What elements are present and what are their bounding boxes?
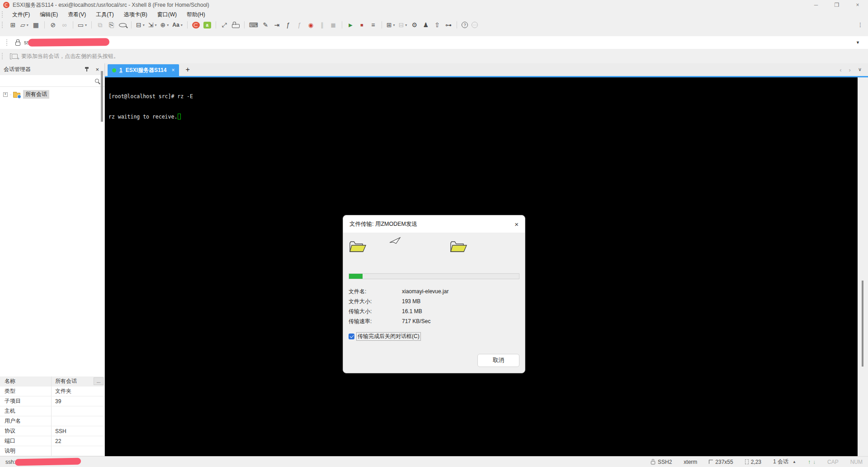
property-label: 类型 <box>0 386 51 396</box>
terminal-line: [root@localhost src]# rz -E <box>108 93 868 100</box>
xftp-icon[interactable]: a <box>203 22 211 29</box>
transfer-detail-row: 文件名: xiaomayi-elevue.jar <box>349 286 519 296</box>
agent-icon[interactable]: ♟ <box>422 20 429 29</box>
separator <box>187 21 188 29</box>
tab-layout-icon[interactable]: ⊟ <box>399 20 407 29</box>
message-log-icon[interactable]: ≡ <box>369 20 377 29</box>
upload-arrow-icon: ↑ <box>808 459 811 465</box>
menu-tabs: 选项卡(B) <box>119 11 152 18</box>
terminal-scrollbar[interactable] <box>858 77 868 456</box>
reconnect-icon[interactable]: ∞ <box>61 20 68 29</box>
stop-log-icon[interactable]: ◼ <box>330 20 337 29</box>
zmodem-transfer-dialog: 文件传输: 用ZMODEM发送 × 文件名: xiaoma <box>343 215 525 373</box>
open-folder-icon[interactable]: ▱ <box>20 20 28 29</box>
transfer-arrows[interactable]: ↑ ↓ <box>808 459 816 465</box>
session-search-box[interactable] <box>0 75 104 87</box>
save-session-icon[interactable]: ▦ <box>32 20 40 29</box>
fullscreen-icon[interactable]: ⤢ <box>221 20 228 29</box>
dialog-title: 文件传输: 用ZMODEM发送 <box>349 220 417 228</box>
font-icon[interactable]: Aa <box>172 20 182 29</box>
property-value <box>51 446 104 456</box>
separator <box>382 21 382 29</box>
copy-icon[interactable]: ⧉ <box>96 20 104 29</box>
paste-icon[interactable]: ⎘ <box>108 20 115 29</box>
terminal-type-status: xterm <box>684 459 697 465</box>
pin-icon[interactable] <box>86 67 87 71</box>
key-manager-icon[interactable]: ⊶ <box>444 20 452 29</box>
tree-root-label[interactable]: 所有会话 <box>23 90 49 99</box>
redaction-scribble <box>28 38 109 47</box>
property-row: 说明 <box>0 446 104 456</box>
property-row: 用户名 <box>0 416 104 426</box>
dialog-close-icon[interactable]: × <box>514 220 519 228</box>
cursor-icon <box>745 459 749 464</box>
record-log-icon[interactable]: ◉ <box>307 20 315 29</box>
run-icon[interactable]: ▶ <box>347 20 354 29</box>
sessions-folder-icon <box>13 93 20 98</box>
checkbox-label[interactable]: 传输完成后关闭对话框(C) <box>357 333 420 340</box>
terminal-size-status: 237x55 <box>709 459 733 465</box>
add-session-icon[interactable] <box>12 54 18 59</box>
run-script-icon[interactable]: ƒ <box>284 20 292 29</box>
cancel-button[interactable]: 取消 <box>477 354 519 367</box>
download-arrow-icon: ↓ <box>813 459 816 465</box>
help-icon[interactable]: ? <box>462 22 468 28</box>
new-terminal-icon[interactable]: ▭ <box>78 20 87 29</box>
address-bar[interactable]: ssh:/ ▼ <box>0 36 868 49</box>
transfer-detail-row: 传输速率: 717 KB/Sec <box>349 316 519 326</box>
checkbox-checked-icon[interactable] <box>349 334 354 339</box>
pause-log-icon[interactable]: ∥ <box>318 20 326 29</box>
virtual-keyboard-icon[interactable]: ⌨ <box>249 20 258 29</box>
stop-script-icon[interactable]: ƒ <box>296 20 303 29</box>
tab-scroll-right-icon[interactable]: › <box>849 67 851 73</box>
menubar-grip <box>2 11 4 18</box>
close-button[interactable]: × <box>847 0 868 10</box>
ssh-version-status: SSH2 <box>651 459 672 465</box>
xshell-logo-icon[interactable] <box>192 22 200 29</box>
transfer-details: 文件名: xiaomayi-elevue.jar 文件大小: 193 MB 传输… <box>349 286 519 326</box>
tab-scroll-left-icon[interactable]: ‹ <box>840 67 841 73</box>
status-bar: ssh:/ SSH2 xterm 237x55 2,23 1 会话 ▲ ↑ ↓ … <box>0 456 868 467</box>
encoding-globe-icon[interactable]: ⊕ <box>160 20 169 29</box>
restore-button[interactable]: ❐ <box>826 0 847 10</box>
find-icon[interactable] <box>119 23 127 27</box>
send-text-icon[interactable]: ⇥ <box>273 20 281 29</box>
session-count-dropdown-icon: ▲ <box>793 460 796 464</box>
print-icon[interactable]: ⊟ <box>136 20 145 29</box>
tree-expand-icon[interactable]: + <box>3 92 8 97</box>
toolbar-overflow-icon[interactable]: ⋮ <box>858 22 868 28</box>
address-dropdown-icon[interactable]: ▼ <box>856 40 863 45</box>
screen-capture-icon[interactable]: ⇲ <box>148 20 157 29</box>
tab-esxi-server[interactable]: 1 ESXI服务器S114 × <box>108 64 179 76</box>
tab-close-icon[interactable]: × <box>171 67 175 73</box>
compose-pane-icon[interactable]: ✎ <box>262 20 269 29</box>
feedback-icon[interactable]: ⋯ <box>472 22 478 28</box>
disconnect-icon[interactable]: ⊘ <box>49 20 57 29</box>
settings-gear-icon[interactable]: ⚙ <box>410 20 418 29</box>
new-tab-icon[interactable]: ⊞ <box>387 20 395 29</box>
transfer-animation <box>343 233 525 273</box>
panel-close-icon[interactable]: × <box>95 67 99 72</box>
new-session-icon[interactable]: ⊞ <box>9 20 17 29</box>
session-count-status[interactable]: 1 会话 ▲ <box>773 458 796 466</box>
new-tab-button[interactable]: + <box>185 66 189 74</box>
terminal-scrollbar-thumb[interactable] <box>862 281 863 367</box>
detail-label: 文件名: <box>349 288 402 295</box>
stop-icon[interactable]: ■ <box>358 20 366 29</box>
publish-icon[interactable]: ⇧ <box>433 20 441 29</box>
detail-label: 文件大小: <box>349 298 402 305</box>
transfer-progress-bar <box>349 273 519 279</box>
separator <box>91 21 92 29</box>
info-text: 要添加当前会话，点击左侧的箭头按钮。 <box>21 52 119 60</box>
more-button[interactable]: ... <box>94 377 104 385</box>
minimize-button[interactable]: ─ <box>806 0 826 10</box>
lock-screen-icon[interactable] <box>232 24 240 28</box>
sidebar-scrollbar-thumb[interactable] <box>101 71 103 122</box>
property-label: 用户名 <box>0 416 51 426</box>
session-tree-root[interactable]: + ·· 所有会话 <box>0 87 104 99</box>
size-icon <box>709 460 713 464</box>
terminal-line: rz waiting to receive. <box>108 114 868 120</box>
tab-list-dropdown-icon[interactable]: ∨ <box>858 67 862 73</box>
property-row: 协议 SSH <box>0 426 104 436</box>
toolbar: ⊞▱▦⊘∞▭⧉⎘⊟⇲⊕Aaa⤢⌨✎⇥ƒƒ◉∥◼▶■≡⊞⊟⚙♟⇧⊶?⋯ ⋮ <box>0 19 868 31</box>
